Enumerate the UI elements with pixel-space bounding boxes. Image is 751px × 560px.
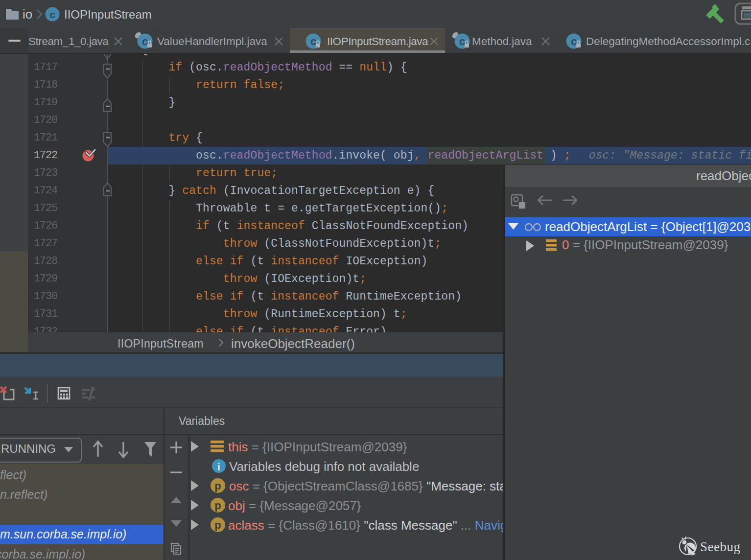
svg-text:p: p [214, 480, 221, 492]
svg-text:p: p [214, 499, 221, 512]
svg-text:p: p [214, 519, 221, 531]
svg-text:c: c [459, 35, 465, 47]
svg-text:i: i [217, 461, 220, 472]
svg-text:c: c [571, 35, 577, 47]
svg-text:c: c [310, 35, 316, 47]
